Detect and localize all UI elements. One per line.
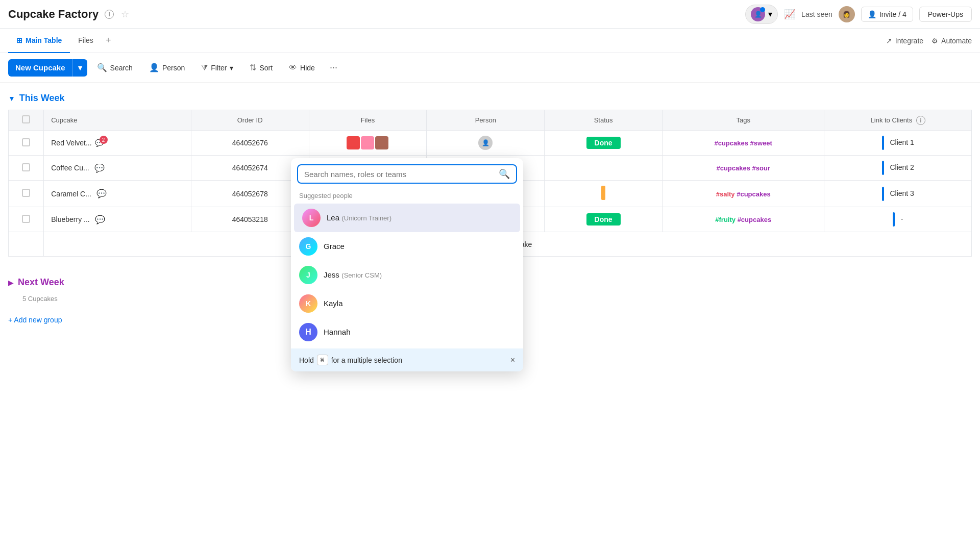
orderid-cell-1: 464052676 xyxy=(191,131,309,156)
link-to-clients-column-header: Link to Clients i xyxy=(824,110,972,131)
group-this-week[interactable]: ▼ This Week xyxy=(8,83,972,110)
hide-button[interactable]: 👁 Hide xyxy=(282,59,322,77)
checkbox-cell-1[interactable] xyxy=(9,131,44,156)
checkbox-cell-4[interactable] xyxy=(9,207,44,232)
hint-bar: Hold ⌘ for a multiple selection × xyxy=(291,348,523,371)
top-bar: Cupcake Factory i ☆ 👤 ▾ 📈 Last seen 👩 👤 … xyxy=(0,0,980,29)
link-bar-1 xyxy=(882,136,884,150)
group-next-week-title: Next Week xyxy=(18,277,64,288)
sort-button[interactable]: ⇅ Sort xyxy=(243,58,279,77)
tag-cupcakes-3: #cupcakes xyxy=(737,190,771,198)
checkbox-cell-3[interactable] xyxy=(9,181,44,207)
last-seen-avatar: 👩 xyxy=(839,6,855,22)
person-search-input[interactable] xyxy=(304,170,495,179)
search-button[interactable]: 🔍 Search xyxy=(90,58,139,77)
person-cell-1[interactable]: 👤 xyxy=(427,131,545,156)
hide-icon: 👁 xyxy=(289,63,297,72)
search-icon: 🔍 xyxy=(97,63,107,72)
person-item-grace[interactable]: G Grace xyxy=(291,232,523,261)
link-bar-2 xyxy=(882,161,884,175)
toolbar: New Cupcake ▾ 🔍 Search 👤 Person ⧩ Filter… xyxy=(0,53,980,83)
person-icon: 👤 xyxy=(868,10,876,18)
close-hint-button[interactable]: × xyxy=(510,356,515,365)
filter-chevron: ▾ xyxy=(230,64,233,72)
tag-sweet-1: #sweet xyxy=(750,139,772,147)
power-ups-button[interactable]: Power-Ups xyxy=(919,7,972,22)
person-item-jess[interactable]: J Jess (Senior CSM) xyxy=(291,261,523,289)
orderid-column-header: Order ID xyxy=(191,110,309,131)
comment-badge-1[interactable]: 💬 2 xyxy=(95,139,104,147)
new-cupcake-button[interactable]: New Cupcake ▾ xyxy=(8,59,87,77)
person-item-kayla[interactable]: K Kayla xyxy=(291,289,523,318)
tags-cell-3: #salty #cupcakes xyxy=(663,181,824,207)
cupcake-column-header: Cupcake xyxy=(44,110,191,131)
new-cupcake-dropdown-arrow[interactable]: ▾ xyxy=(72,59,87,77)
person-filter-icon: 👤 xyxy=(149,63,159,72)
automate-button[interactable]: ⚙ Automate xyxy=(932,37,972,45)
link-bar-3 xyxy=(882,187,884,201)
tag-fruity-4: #fruity xyxy=(715,216,737,223)
search-icon-dropdown: 🔍 xyxy=(499,168,510,180)
link-value-4: - xyxy=(901,215,903,223)
add-comment-icon-2[interactable]: 💬 xyxy=(94,163,105,173)
checkbox-header[interactable] xyxy=(9,110,44,131)
cupcake-name-2: Coffee Cu... xyxy=(51,164,89,172)
person-avatar-grace: G xyxy=(299,237,317,256)
filter-button[interactable]: ⧩ Filter ▾ xyxy=(194,59,240,77)
person-name-hannah: Hannah xyxy=(324,328,351,336)
add-group-label: + Add new group xyxy=(8,316,62,324)
cupcake-name-3: Caramel C... xyxy=(51,190,91,198)
info-icon[interactable]: i xyxy=(105,10,114,19)
link-value-3[interactable]: Client 3 xyxy=(890,189,914,197)
tag-cupcakes-4: #cupcakes xyxy=(738,216,772,223)
tag-salty-3: #salty xyxy=(716,190,737,198)
person-avatar-1: 👤 xyxy=(478,136,493,150)
comment-count-1: 2 xyxy=(100,136,108,144)
files-column-header: Files xyxy=(309,110,427,131)
add-comment-icon-4[interactable]: 💬 xyxy=(95,215,105,224)
sort-label: Sort xyxy=(259,64,273,72)
group-title: This Week xyxy=(19,93,65,104)
file-thumb-1b xyxy=(361,136,374,149)
last-seen-label: Last seen xyxy=(801,10,832,18)
person-info-jess: Jess (Senior CSM) xyxy=(324,270,382,280)
table-row: Red Velvet... 💬 2 464052676 xyxy=(9,131,972,156)
link-cell-4: - xyxy=(824,207,972,232)
person-item-lea[interactable]: L Lea (Unicorn Trainer) xyxy=(294,204,520,232)
filter-label: Filter xyxy=(211,64,227,72)
table-header-row: Cupcake Order ID Files Person Status Tag… xyxy=(9,110,972,131)
link-value-1[interactable]: Client 1 xyxy=(890,138,914,146)
more-options-button[interactable]: ··· xyxy=(325,58,342,77)
group-chevron-icon: ▼ xyxy=(8,94,15,103)
star-icon[interactable]: ☆ xyxy=(121,9,129,20)
status-cell-4: Done xyxy=(545,207,663,232)
suggested-people-label: Suggested people xyxy=(291,190,523,204)
person-item-hannah[interactable]: H Hannah xyxy=(291,318,523,346)
person-button[interactable]: 👤 Person xyxy=(142,58,191,77)
person-dropdown: 🔍 Suggested people L Lea (Unicorn Traine… xyxy=(291,158,523,371)
checkbox-cell-2[interactable] xyxy=(9,156,44,181)
tab-files[interactable]: Files xyxy=(70,29,102,53)
status-column-header: Status xyxy=(545,110,663,131)
tags-column-header: Tags xyxy=(663,110,824,131)
person-name-kayla: Kayla xyxy=(324,299,343,308)
invite-button[interactable]: 👤 Invite / 4 xyxy=(861,7,913,22)
person-name-lea: Lea xyxy=(327,213,339,222)
activity-icon[interactable]: 📈 xyxy=(784,9,795,20)
add-comment-icon-3[interactable]: 💬 xyxy=(96,189,107,198)
new-cupcake-label: New Cupcake xyxy=(8,59,72,76)
tab-main-table[interactable]: ⊞ Main Table xyxy=(8,29,70,53)
avatar-cluster[interactable]: 👤 ▾ xyxy=(745,5,778,24)
cupcake-cell-1: Red Velvet... 💬 2 xyxy=(44,131,191,156)
tag-cupcakes-1: #cupcakes xyxy=(714,139,750,147)
tags-cell-2: #cupcakes #sour xyxy=(663,156,824,181)
link-info-icon[interactable]: i xyxy=(916,116,925,125)
add-tab-button[interactable]: + xyxy=(102,35,115,46)
cupcake-cell-4: Blueberry ... 💬 xyxy=(44,207,191,232)
integrate-button[interactable]: ↗ Integrate xyxy=(886,37,923,45)
filter-icon: ⧩ xyxy=(201,63,208,72)
search-label: Search xyxy=(110,64,133,72)
status-cell-3 xyxy=(545,181,663,207)
link-value-2[interactable]: Client 2 xyxy=(890,163,914,171)
person-avatar-jess: J xyxy=(299,266,317,284)
